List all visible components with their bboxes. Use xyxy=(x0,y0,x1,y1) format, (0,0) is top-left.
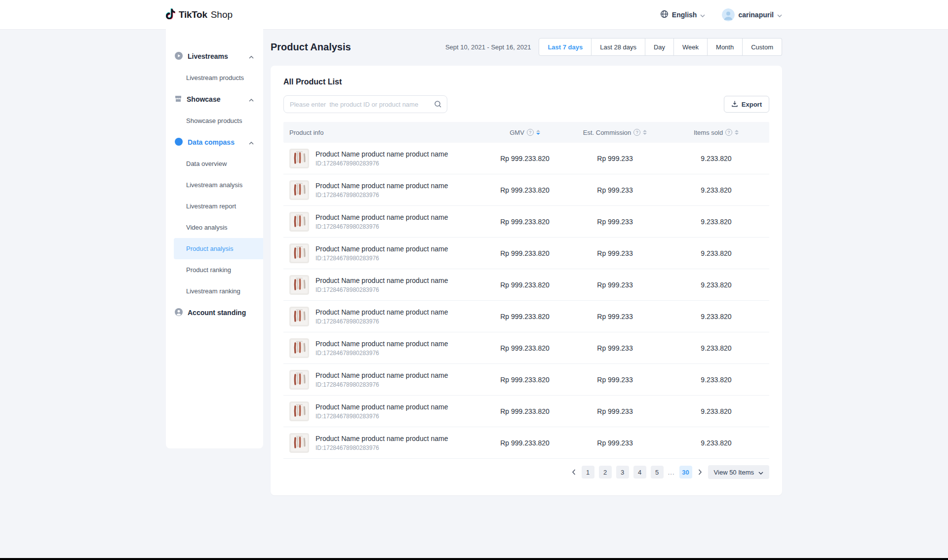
items-sold-value: 9.233.820 xyxy=(663,281,769,289)
page-button-1[interactable]: 1 xyxy=(582,466,594,479)
table-row[interactable]: Product Name product name product name I… xyxy=(283,396,769,427)
product-id: ID:17284678980283976 xyxy=(316,223,448,230)
sort-control-gmv[interactable] xyxy=(536,130,540,135)
product-name: Product Name product name product name xyxy=(316,371,448,379)
page-ellipsis: ... xyxy=(668,469,675,476)
items-sold-value: 9.233.820 xyxy=(663,186,769,194)
tiktok-shop-logo[interactable]: TikTok Shop xyxy=(166,8,233,21)
column-est-commission: Est. Commission ? xyxy=(567,129,663,136)
export-button[interactable]: Export xyxy=(724,96,769,113)
chevron-up-icon xyxy=(249,95,254,103)
page-size-select[interactable]: View 50 Items xyxy=(708,465,769,479)
column-items-sold: Items sold ? xyxy=(663,129,769,136)
sidebar-section-data-compass[interactable]: Data compass xyxy=(166,131,263,153)
search-input[interactable] xyxy=(283,95,447,113)
section-label: Data compass xyxy=(188,138,244,146)
logo-text-tiktok: TikTok xyxy=(179,9,207,20)
product-thumbnail xyxy=(289,212,309,232)
help-icon[interactable]: ? xyxy=(725,129,732,136)
tab-month[interactable]: Month xyxy=(708,38,743,56)
table-row[interactable]: Product Name product name product name I… xyxy=(283,143,769,174)
items-sold-value: 9.233.820 xyxy=(663,218,769,226)
sidebar-item-product-analysis[interactable]: Product analysis xyxy=(174,238,263,259)
items-sold-value: 9.233.820 xyxy=(663,439,769,447)
export-label: Export xyxy=(742,101,762,108)
next-page-icon[interactable] xyxy=(697,469,704,475)
page-button-5[interactable]: 5 xyxy=(651,466,664,479)
sidebar-item-livestream-products[interactable]: Livestream products xyxy=(166,67,263,88)
language-selector[interactable]: English xyxy=(660,10,706,20)
sidebar-item-video-analysis[interactable]: Video analysis xyxy=(166,217,263,238)
page-button-3[interactable]: 3 xyxy=(616,466,629,479)
sidebar-item-data-overview[interactable]: Data overview xyxy=(166,153,263,174)
product-id: ID:17284678980283976 xyxy=(316,192,448,199)
sidebar-item-product-ranking[interactable]: Product ranking xyxy=(166,259,263,280)
date-range-tabs: Last 7 days Last 28 days Day Week Month … xyxy=(539,38,782,56)
product-list-card: All Product List E xyxy=(271,66,782,495)
product-thumbnail xyxy=(289,149,309,168)
commission-value: Rp 999.233 xyxy=(567,439,663,447)
product-search xyxy=(283,95,447,113)
product-thumbnail xyxy=(289,243,309,263)
page-button-30-current[interactable]: 30 xyxy=(679,466,692,479)
sort-control-commission[interactable] xyxy=(643,130,647,135)
table-row[interactable]: Product Name product name product name I… xyxy=(283,301,769,332)
page-button-4[interactable]: 4 xyxy=(633,466,646,479)
column-label: Items sold xyxy=(694,129,723,136)
tab-week[interactable]: Week xyxy=(674,38,708,56)
help-icon[interactable]: ? xyxy=(633,129,640,136)
sidebar-item-livestream-analysis[interactable]: Livestream analysis xyxy=(166,174,263,196)
search-icon[interactable] xyxy=(434,100,442,110)
chevron-up-icon xyxy=(249,52,254,60)
globe-icon xyxy=(660,10,669,20)
gmv-value: Rp 999.233.820 xyxy=(483,344,567,352)
table-row[interactable]: Product Name product name product name I… xyxy=(283,238,769,269)
sort-control-items-sold[interactable] xyxy=(735,130,739,135)
product-id: ID:17284678980283976 xyxy=(316,160,448,167)
gmv-value: Rp 999.233.820 xyxy=(483,376,567,384)
user-menu[interactable]: carinapuril xyxy=(722,8,782,21)
tab-custom[interactable]: Custom xyxy=(743,38,782,56)
table-header: Product info GMV ? Est. Commission ? Ite… xyxy=(283,122,769,143)
commission-value: Rp 999.233 xyxy=(567,313,663,320)
product-thumbnail xyxy=(289,401,309,421)
topbar: TikTok Shop English xyxy=(0,0,948,29)
product-id: ID:17284678980283976 xyxy=(316,444,448,451)
logo-text-shop: Shop xyxy=(211,9,233,20)
table-row[interactable]: Product Name product name product name I… xyxy=(283,206,769,238)
table-row[interactable]: Product Name product name product name I… xyxy=(283,427,769,459)
live-play-icon xyxy=(174,51,183,62)
table-body: Product Name product name product name I… xyxy=(283,143,769,459)
table-row[interactable]: Product Name product name product name I… xyxy=(283,332,769,364)
table-row[interactable]: Product Name product name product name I… xyxy=(283,174,769,206)
sidebar-section-livestreams[interactable]: Livestreams xyxy=(166,45,263,67)
commission-value: Rp 999.233 xyxy=(567,376,663,384)
gmv-value: Rp 999.233.820 xyxy=(483,313,567,320)
tab-day[interactable]: Day xyxy=(645,38,674,56)
table-row[interactable]: Product Name product name product name I… xyxy=(283,269,769,301)
commission-value: Rp 999.233 xyxy=(567,249,663,257)
data-compass-icon xyxy=(174,137,183,148)
section-label: Showcase xyxy=(187,95,244,103)
gmv-value: Rp 999.233.820 xyxy=(483,155,567,162)
avatar xyxy=(722,8,735,21)
sidebar-section-showcase[interactable]: Showcase xyxy=(166,88,263,110)
tab-last-7-days[interactable]: Last 7 days xyxy=(539,38,592,56)
sidebar-item-livestream-report[interactable]: Livestream report xyxy=(166,196,263,217)
product-thumbnail xyxy=(289,180,309,200)
sidebar-item-livestream-ranking[interactable]: Livestream ranking xyxy=(166,280,263,302)
sidebar-section-account-standing[interactable]: Account standing xyxy=(166,302,263,323)
tab-last-28-days[interactable]: Last 28 days xyxy=(592,38,645,56)
chevron-down-icon xyxy=(758,469,763,476)
help-icon[interactable]: ? xyxy=(527,129,534,136)
table-row[interactable]: Product Name product name product name I… xyxy=(283,364,769,396)
product-id: ID:17284678980283976 xyxy=(316,413,448,420)
gmv-value: Rp 999.233.820 xyxy=(483,186,567,194)
product-thumbnail xyxy=(289,275,309,295)
product-name: Product Name product name product name xyxy=(316,340,448,348)
previous-page-icon[interactable] xyxy=(570,469,577,475)
page-button-2[interactable]: 2 xyxy=(599,466,612,479)
commission-value: Rp 999.233 xyxy=(567,218,663,226)
sidebar-item-showcase-products[interactable]: Showcase products xyxy=(166,110,263,131)
product-name: Product Name product name product name xyxy=(316,403,448,411)
